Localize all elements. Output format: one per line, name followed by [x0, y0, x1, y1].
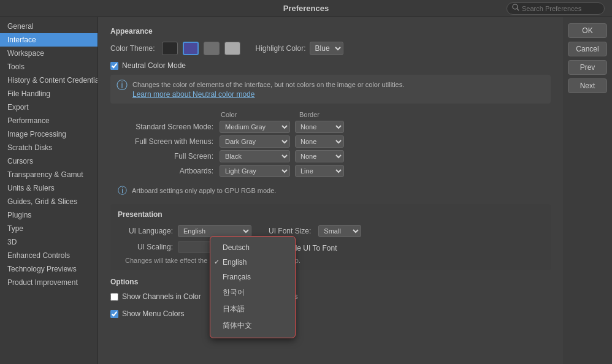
sidebar-item-workspace[interactable]: Workspace — [0, 47, 98, 60]
screen-row-label-artboards: Artboards: — [110, 167, 220, 175]
info-link[interactable]: Learn more about Neutral color mode — [132, 90, 404, 99]
sidebar-item-image-processing[interactable]: Image Processing — [0, 127, 98, 141]
ui-font-size-label: UI Font Size: — [269, 227, 311, 235]
color-column-header: Color — [221, 111, 294, 118]
screen-border-full-menus[interactable]: None — [295, 135, 344, 148]
ui-scaling-row: UI Scaling: Scale UI To Font — [118, 241, 543, 253]
swatch-medium[interactable] — [204, 42, 220, 55]
dropdown-item-francais[interactable]: Français — [210, 270, 295, 284]
screen-table-header: Color Border — [110, 111, 551, 118]
border-column-header: Border — [299, 111, 373, 118]
screen-mode-table: Standard Screen Mode: Medium Gray None F… — [110, 121, 551, 177]
sidebar-item-transparency[interactable]: Transparency & Gamut — [0, 168, 98, 181]
svg-line-1 — [517, 9, 519, 10]
sidebar-item-tools[interactable]: Tools — [0, 60, 98, 74]
screen-color-full-menus[interactable]: Dark Gray — [220, 135, 290, 148]
sidebar-item-plugins[interactable]: Plugins — [0, 208, 98, 222]
content-area: Appearance Color Theme: Highlight Color:… — [98, 17, 563, 364]
search-bar[interactable] — [507, 2, 605, 15]
ui-language-select[interactable]: English — [178, 225, 251, 237]
screen-row-label-full: Full Screen: — [110, 152, 220, 161]
ui-language-row: UI Language: English UI Font Size: Small — [118, 225, 543, 237]
options-row-1: Show Channels in Color Dynamic Color Sli… — [110, 292, 551, 306]
show-channels-row: Show Channels in Color — [110, 292, 201, 301]
sidebar-item-history[interactable]: History & Content Credentials — [0, 74, 98, 87]
show-menu-colors-label: Show Menu Colors — [122, 309, 184, 318]
ui-scaling-label: UI Scaling: — [118, 243, 173, 251]
info-content: Changes the color of elements of the int… — [132, 80, 404, 99]
show-menu-colors-row: Show Menu Colors — [110, 309, 551, 318]
sidebar-item-guides[interactable]: Guides, Grid & Slices — [0, 195, 98, 208]
ui-language-label: UI Language: — [118, 227, 173, 235]
next-button[interactable]: Next — [568, 78, 607, 93]
sidebar: General Interface Workspace Tools Histor… — [0, 17, 98, 364]
sidebar-item-performance[interactable]: Performance — [0, 114, 98, 127]
dropdown-item-japanese[interactable]: 日本語 — [210, 301, 295, 317]
highlight-color-label: Highlight Color: — [255, 44, 305, 53]
screen-row-full-menus: Full Screen with Menus: Dark Gray None — [110, 135, 551, 148]
dropdown-item-english[interactable]: English — [210, 255, 295, 270]
color-theme-row: Color Theme: Highlight Color: Blue — [110, 42, 551, 55]
main-container: General Interface Workspace Tools Histor… — [0, 17, 612, 364]
swatch-dark[interactable] — [162, 42, 178, 55]
sidebar-item-export[interactable]: Export — [0, 100, 98, 114]
sidebar-item-scratch-disks[interactable]: Scratch Disks — [0, 141, 98, 154]
right-buttons-panel: OK Cancel Prev Next — [563, 17, 612, 364]
show-channels-label: Show Channels in Color — [122, 292, 201, 301]
highlight-color-select[interactable]: Blue — [310, 42, 343, 55]
options-section: Options Show Channels in Color Dynamic C… — [110, 278, 551, 318]
show-menu-colors-checkbox[interactable] — [110, 310, 118, 318]
window-title: Preferences — [283, 4, 329, 13]
ui-font-size-select[interactable]: Small — [318, 225, 361, 237]
screen-row-label-standard: Standard Screen Mode: — [110, 123, 220, 131]
appearance-header: Appearance — [110, 27, 551, 36]
presentation-header: Presentation — [118, 210, 543, 219]
artboard-info-text: Artboard settings only apply to GPU RGB … — [132, 186, 276, 196]
neutral-color-mode-row: Neutral Color Mode — [110, 61, 551, 70]
artboard-info: ⓘ Artboard settings only apply to GPU RG… — [110, 186, 551, 196]
screen-color-full[interactable]: Black — [220, 150, 290, 162]
cancel-button[interactable]: Cancel — [568, 42, 607, 56]
sidebar-item-general[interactable]: General — [0, 20, 98, 33]
screen-border-full[interactable]: None — [295, 150, 344, 162]
artboard-info-icon: ⓘ — [118, 186, 127, 195]
restart-note: Changes will take effect the next time y… — [118, 257, 543, 264]
language-dropdown[interactable]: Deutsch English Français 한국어 日本語 简体中文 — [210, 236, 296, 338]
options-header: Options — [110, 278, 551, 286]
dropdown-item-deutsch[interactable]: Deutsch — [210, 240, 295, 255]
sidebar-item-file-handling[interactable]: File Handling — [0, 87, 98, 100]
show-channels-checkbox[interactable] — [110, 293, 118, 301]
sidebar-item-enhanced-controls[interactable]: Enhanced Controls — [0, 249, 98, 262]
sidebar-item-product-improvement[interactable]: Product Improvement — [0, 276, 98, 289]
screen-color-artboards[interactable]: Light Gray — [220, 165, 290, 177]
color-theme-label: Color Theme: — [110, 44, 155, 53]
screen-border-standard[interactable]: None — [295, 121, 344, 133]
sidebar-item-3d[interactable]: 3D — [0, 235, 98, 249]
sidebar-item-interface[interactable]: Interface — [0, 33, 98, 47]
info-icon: ⓘ — [117, 80, 128, 91]
screen-row-full: Full Screen: Black None — [110, 150, 551, 162]
title-bar: Preferences — [0, 0, 612, 17]
swatch-light[interactable] — [224, 42, 240, 55]
ok-button[interactable]: OK — [568, 23, 607, 38]
info-description: Changes the color of elements of the int… — [132, 80, 404, 90]
highlight-color-row: Highlight Color: Blue — [255, 42, 343, 55]
sidebar-item-technology-previews[interactable]: Technology Previews — [0, 262, 98, 276]
sidebar-item-cursors[interactable]: Cursors — [0, 154, 98, 168]
dropdown-item-chinese[interactable]: 简体中文 — [210, 317, 295, 334]
screen-border-artboards[interactable]: Line — [295, 165, 344, 177]
screen-row-artboards: Artboards: Light Gray Line — [110, 165, 551, 177]
neutral-color-mode-label: Neutral Color Mode — [122, 61, 186, 70]
neutral-color-mode-checkbox[interactable] — [110, 62, 118, 70]
screen-row-standard: Standard Screen Mode: Medium Gray None — [110, 121, 551, 133]
prev-button[interactable]: Prev — [568, 60, 607, 75]
svg-point-0 — [513, 4, 518, 9]
dropdown-item-korean[interactable]: 한국어 — [210, 284, 295, 301]
screen-row-label-full-menus: Full Screen with Menus: — [110, 137, 220, 146]
sidebar-item-type[interactable]: Type — [0, 222, 98, 235]
search-input[interactable] — [522, 5, 602, 12]
search-icon — [512, 4, 519, 13]
swatch-medium-dark[interactable] — [183, 42, 199, 55]
screen-color-standard[interactable]: Medium Gray — [220, 121, 290, 133]
sidebar-item-units[interactable]: Units & Rulers — [0, 181, 98, 195]
